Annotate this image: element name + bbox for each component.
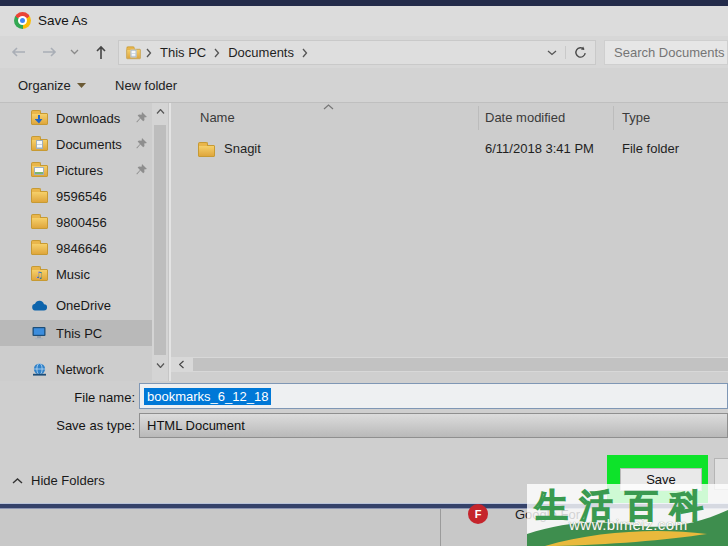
folder-icon [31,243,48,255]
music-folder-icon [31,269,48,281]
breadcrumb-chevron-icon [210,48,224,58]
save-as-type-label: Save as type: [40,418,135,433]
search-box[interactable] [604,40,728,65]
file-row-snagit[interactable]: Snagit 6/11/2018 3:41 PM File folder [171,136,728,162]
hide-folders-button[interactable]: Hide Folders [12,473,105,488]
file-date-modified: 6/11/2018 3:41 PM [485,136,594,162]
file-name: Snagit [224,136,261,162]
bookmark-favicon: F [468,504,488,524]
sidebar-item-onedrive[interactable]: OneDrive [0,292,152,318]
search-input[interactable] [605,41,727,64]
sidebar-scrollbar-thumb[interactable] [154,125,166,355]
organize-caret-icon [77,83,86,88]
this-pc-icon [31,326,48,340]
save-as-type-select[interactable]: HTML Document [139,413,728,438]
file-name-label: File name: [40,390,135,405]
address-dropdown-icon [547,50,557,56]
sidebar-item-network[interactable]: Network [0,356,152,381]
pictures-folder-icon [31,165,48,177]
pin-icon [136,138,147,149]
folder-icon [31,217,48,229]
sidebar-item-downloads[interactable]: Downloads [0,105,152,131]
hide-folders-chevron-icon [12,478,23,484]
watermark-url: www.bimeiz.com [569,516,688,533]
navigation-pane: Downloads Documents Pictures 9596546 [0,103,152,381]
chrome-icon [14,12,31,29]
file-name-value: bookmarks_6_12_18 [144,388,271,405]
file-type: File folder [622,136,679,162]
window-title: Save As [38,6,88,36]
chevron-down-icon [70,49,79,55]
organize-label: Organize [18,78,71,93]
recent-locations-button[interactable] [66,36,82,68]
sidebar-item-9596546[interactable]: 9596546 [0,183,152,209]
breadcrumb-documents[interactable]: Documents [224,45,298,60]
scroll-down-button[interactable] [152,357,168,373]
forward-icon [42,46,58,58]
refresh-icon [574,46,587,59]
sidebar-item-this-pc[interactable]: This PC [0,320,152,346]
watermark: 生活百科 www.bimeiz.com [527,484,728,546]
pin-icon [136,112,147,123]
column-header-type[interactable]: Type [622,103,650,132]
file-list: Name Date modified Type Snagit 6/11/2018… [171,103,728,357]
onedrive-cloud-icon [31,299,48,311]
sidebar-scrollbar[interactable] [152,103,168,381]
back-icon [10,46,26,58]
sidebar-item-documents[interactable]: Documents [0,131,152,157]
new-folder-label: New folder [115,78,177,93]
scroll-down-icon [156,363,165,368]
documents-folder-icon [31,139,48,151]
titlebar: Save As [0,6,728,36]
save-as-type-value: HTML Document [147,418,245,433]
pin-icon [136,164,147,175]
sidebar-item-music[interactable]: Music [0,261,152,287]
refresh-button[interactable] [565,46,595,59]
breadcrumb-this-pc[interactable]: This PC [156,45,210,60]
up-button[interactable] [90,36,112,68]
up-icon [95,44,107,60]
organize-button[interactable]: Organize [18,68,86,102]
breadcrumb-chevron-icon [142,48,156,58]
address-dropdown-button[interactable] [539,50,565,56]
command-toolbar: Organize New folder [0,68,728,103]
new-folder-button[interactable]: New folder [115,68,177,102]
back-button[interactable] [6,36,30,68]
hide-folders-label: Hide Folders [31,473,105,488]
network-icon [31,363,48,376]
navigation-bar: This PC Documents [0,36,728,68]
sidebar-item-9846646[interactable]: 9846646 [0,235,152,261]
filelist-horizontal-scrollbar[interactable] [171,357,728,372]
sidebar-item-9800456[interactable]: 9800456 [0,209,152,235]
sidebar-item-pictures[interactable]: Pictures [0,157,152,183]
scroll-up-button[interactable] [152,103,168,119]
folder-icon [198,145,215,157]
column-header-date-modified[interactable]: Date modified [485,103,565,132]
breadcrumb-chevron-icon [298,48,312,58]
save-as-dialog: Save As This PC [0,0,728,546]
sort-asc-icon [323,104,334,110]
forward-button[interactable] [38,36,62,68]
folder-icon [31,191,48,203]
scroll-left-icon [179,360,184,369]
column-header-name[interactable]: Name [200,103,235,132]
background-divider [440,509,441,546]
scroll-left-button[interactable] [171,357,191,372]
address-bar[interactable]: This PC Documents [118,40,596,65]
scroll-up-icon [156,109,165,114]
address-folder-icon [126,48,140,58]
downloads-folder-icon [31,113,48,125]
horizontal-scrollbar-thumb[interactable] [193,358,728,371]
file-name-input[interactable]: bookmarks_6_12_18 [139,383,728,409]
